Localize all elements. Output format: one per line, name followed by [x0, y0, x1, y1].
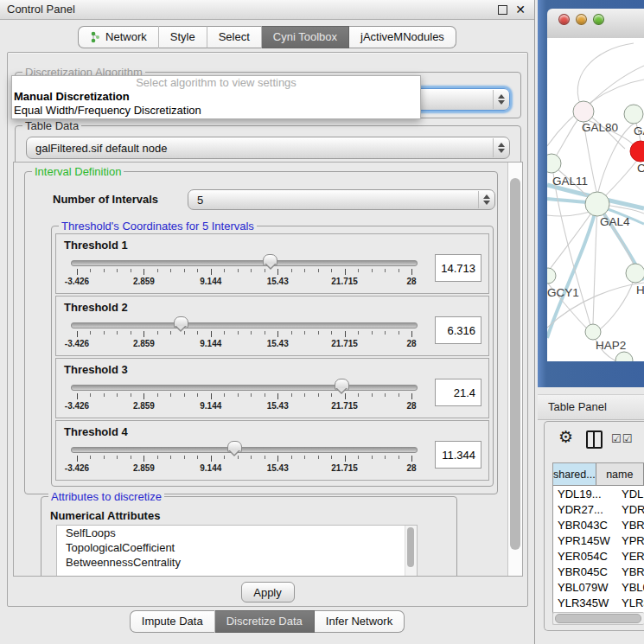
- zoom-button-icon[interactable]: [593, 14, 604, 25]
- network-node[interactable]: [624, 105, 643, 124]
- float-window-icon[interactable]: [498, 5, 507, 15]
- table-data-value: galFiltered.sif default node: [35, 142, 167, 155]
- tick-label: 9.144: [200, 463, 221, 473]
- tick-label: 28: [406, 277, 416, 286]
- gear-icon[interactable]: ⚙: [558, 429, 573, 446]
- interval-definition-group: Interval Definition Number of Intervals …: [24, 171, 498, 494]
- dropdown-arrows-icon: [493, 138, 508, 157]
- table-row[interactable]: YPR145WYPR1: [553, 532, 644, 548]
- slider-thumb[interactable]: [263, 254, 277, 266]
- close-button-icon[interactable]: [558, 14, 570, 25]
- node-label: GA: [634, 124, 644, 137]
- table-data-dropdown[interactable]: galFiltered.sif default node: [26, 137, 510, 159]
- attributes-list[interactable]: SelfLoopsTopologicalCoefficientBetweenne…: [56, 525, 418, 577]
- column-header[interactable]: shared...: [553, 463, 596, 485]
- node-label: C: [637, 162, 644, 175]
- tick-label: 15.43: [267, 339, 289, 348]
- tab-infer-network[interactable]: Infer Network: [315, 610, 405, 633]
- numerical-attributes-label: Numerical Attributes: [50, 509, 160, 522]
- dropdown-arrows-icon: [493, 90, 508, 109]
- tab-impute-data[interactable]: Impute Data: [130, 610, 215, 633]
- network-canvas[interactable]: GAL80GACGAL11GAL4GCY1HHAP2: [547, 38, 644, 361]
- network-window-titlebar[interactable]: [547, 9, 644, 39]
- node-label: HAP2: [596, 339, 626, 352]
- table-row[interactable]: YBR043CYBR0: [553, 517, 644, 532]
- column-header[interactable]: name: [596, 463, 644, 485]
- tab-select[interactable]: Select: [207, 26, 262, 48]
- slider-thumb[interactable]: [174, 316, 188, 328]
- table-row[interactable]: YBL079WYBL0: [553, 579, 644, 595]
- tab-jactivemnodules[interactable]: jActiveMNodules: [349, 26, 456, 48]
- top-tab-bar: NetworkStyleSelectCyni ToolboxjActiveMNo…: [0, 26, 534, 48]
- threshold-slider[interactable]: -3.4262.8599.14415.4321.71528: [64, 377, 424, 417]
- list-scrollbar[interactable]: [405, 526, 417, 577]
- slider-thumb[interactable]: [335, 379, 349, 391]
- tick-label: 9.144: [200, 339, 221, 348]
- tick-label: 15.43: [267, 463, 289, 473]
- tick-label: 2.859: [133, 339, 155, 348]
- threshold-label: Threshold 2: [64, 301, 128, 314]
- number-of-intervals-dropdown[interactable]: 5: [188, 189, 495, 210]
- table-row[interactable]: YDL19...YDL1: [553, 486, 644, 501]
- tick-label: 21.715: [331, 401, 358, 411]
- network-node[interactable]: [547, 268, 556, 284]
- network-node[interactable]: [626, 264, 644, 283]
- tick-label: 2.859: [133, 401, 155, 411]
- table-row[interactable]: YBR045CYBR0: [553, 564, 644, 579]
- table-row[interactable]: YER054CYER0: [553, 548, 644, 564]
- table-row[interactable]: YLR345WYLR3: [553, 595, 644, 610]
- table-row[interactable]: YDR27...YDR2: [553, 501, 644, 517]
- dropdown-prompt: Select algorithm to view settings: [12, 76, 420, 90]
- network-node[interactable]: [573, 101, 594, 122]
- attribute-item[interactable]: SelfLoops: [57, 526, 417, 540]
- group-title: Table Data: [22, 119, 81, 132]
- threshold-value-field[interactable]: 14.713: [435, 254, 481, 282]
- tick-label: 21.715: [331, 463, 358, 473]
- network-node[interactable]: [585, 192, 609, 216]
- checkbox-checked-icon[interactable]: ☑☑: [611, 432, 633, 445]
- table-panel-header: Table Panel: [538, 394, 644, 420]
- tick-label: 9.144: [200, 401, 221, 411]
- apply-button[interactable]: Apply: [241, 582, 295, 603]
- network-node[interactable]: [585, 324, 601, 340]
- table-horizontal-scrollbar[interactable]: [552, 612, 644, 625]
- panel-scrollbar[interactable]: [507, 163, 522, 576]
- attribute-item[interactable]: TopologicalCoefficient: [57, 540, 417, 555]
- tick-label: 9.144: [200, 277, 221, 286]
- algorithm-option[interactable]: Manual Discretization: [12, 90, 420, 104]
- threshold-value-field[interactable]: 21.4: [435, 379, 481, 406]
- tab-cyni-toolbox[interactable]: Cyni Toolbox: [262, 26, 349, 48]
- threshold-slider[interactable]: -3.4262.8599.14415.4321.71528: [64, 439, 424, 479]
- tab-discretize-data[interactable]: Discretize Data: [215, 610, 315, 633]
- node-label: GAL4: [600, 215, 630, 228]
- table-data-group: Table Data galFiltered.sif default node: [15, 125, 521, 167]
- window-title: Control Panel: [7, 3, 75, 16]
- node-table: shared...name YDL19...YDL1YDR27...YDR2YB…: [552, 462, 644, 615]
- column-manager-icon[interactable]: [586, 430, 603, 449]
- tick-label: -3.426: [65, 463, 89, 473]
- tab-network[interactable]: Network: [78, 26, 159, 48]
- threshold-panel: Threshold 3-3.4262.8599.14415.4321.71528…: [55, 358, 489, 418]
- control-panel-titlebar: Control Panel ✕: [0, 0, 534, 20]
- dropdown-arrows-icon: [478, 191, 494, 208]
- threshold-value-field[interactable]: 6.316: [435, 316, 481, 344]
- network-node[interactable]: [615, 352, 633, 361]
- tick-label: -3.426: [65, 339, 89, 348]
- node-label: GAL80: [582, 121, 618, 134]
- tick-label: -3.426: [65, 277, 89, 286]
- close-icon[interactable]: ✕: [515, 4, 526, 15]
- threshold-value-field[interactable]: 11.344: [435, 441, 481, 469]
- slider-thumb[interactable]: [227, 441, 242, 453]
- tab-style[interactable]: Style: [159, 26, 207, 48]
- attribute-item[interactable]: BetweennessCentrality: [57, 555, 417, 570]
- node-label: GAL11: [552, 175, 588, 188]
- threshold-label: Threshold 1: [64, 239, 128, 252]
- tick-label: 15.43: [267, 401, 289, 411]
- threshold-slider[interactable]: -3.4262.8599.14415.4321.71528: [64, 252, 424, 292]
- threshold-slider[interactable]: -3.4262.8599.14415.4321.71528: [64, 315, 424, 354]
- thresholds-group: Threshold's Coordinates for 5 Intervals …: [51, 226, 494, 487]
- threshold-panel: Threshold 4-3.4262.8599.14415.4321.71528…: [55, 420, 489, 481]
- tick-label: 21.715: [331, 277, 358, 286]
- algorithm-option[interactable]: Equal Width/Frequency Discretization: [12, 104, 420, 118]
- minimize-button-icon[interactable]: [576, 14, 587, 25]
